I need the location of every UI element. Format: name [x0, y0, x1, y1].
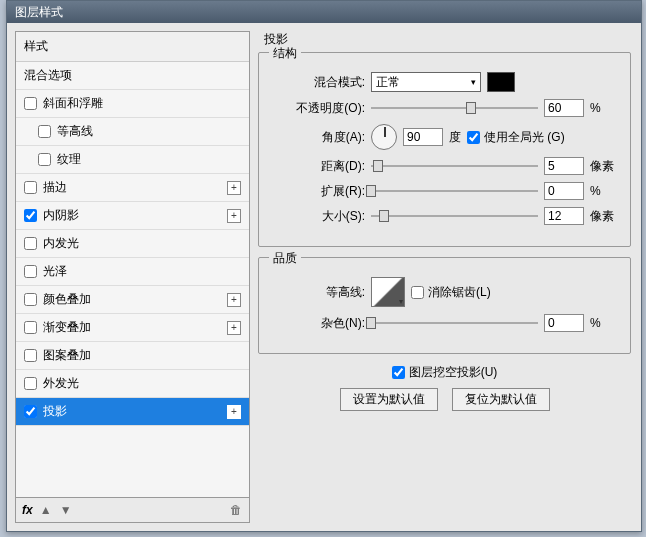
- opacity-label: 不透明度(O):: [269, 100, 365, 117]
- style-row-9[interactable]: 图案叠加: [16, 342, 249, 370]
- size-input[interactable]: [544, 207, 584, 225]
- spread-input[interactable]: [544, 182, 584, 200]
- fx-icon[interactable]: fx: [22, 503, 33, 517]
- add-icon[interactable]: +: [227, 405, 241, 419]
- blending-options-row[interactable]: 混合选项: [16, 62, 249, 90]
- size-label: 大小(S):: [269, 208, 365, 225]
- reset-default-button[interactable]: 复位为默认值: [452, 388, 550, 411]
- style-row-3[interactable]: 描边+: [16, 174, 249, 202]
- color-swatch[interactable]: [487, 72, 515, 92]
- style-checkbox[interactable]: [38, 125, 51, 138]
- chevron-down-icon: ▾: [399, 297, 403, 306]
- styles-panel: 样式 混合选项 斜面和浮雕等高线纹理描边+内阴影+内发光光泽颜色叠加+渐变叠加+…: [15, 31, 250, 523]
- spread-label: 扩展(R):: [269, 183, 365, 200]
- chevron-down-icon: ▾: [471, 77, 476, 87]
- noise-slider[interactable]: [371, 316, 538, 330]
- blend-mode-label: 混合模式:: [269, 74, 365, 91]
- add-icon[interactable]: +: [227, 293, 241, 307]
- style-row-1[interactable]: 等高线: [16, 118, 249, 146]
- style-checkbox[interactable]: [24, 405, 37, 418]
- styles-footer: fx ▲ ▼ 🗑: [16, 498, 249, 522]
- style-row-2[interactable]: 纹理: [16, 146, 249, 174]
- panel-title: 投影: [264, 31, 631, 48]
- spread-slider[interactable]: [371, 184, 538, 198]
- size-slider[interactable]: [371, 209, 538, 223]
- add-icon[interactable]: +: [227, 181, 241, 195]
- layer-style-dialog: 图层样式 样式 混合选项 斜面和浮雕等高线纹理描边+内阴影+内发光光泽颜色叠加+…: [6, 0, 642, 532]
- style-checkbox[interactable]: [24, 293, 37, 306]
- antialias-checkbox[interactable]: 消除锯齿(L): [411, 284, 491, 301]
- global-light-checkbox[interactable]: 使用全局光 (G): [467, 129, 565, 146]
- arrow-down-icon[interactable]: ▼: [59, 503, 73, 517]
- noise-input[interactable]: [544, 314, 584, 332]
- arrow-up-icon[interactable]: ▲: [39, 503, 53, 517]
- add-icon[interactable]: +: [227, 321, 241, 335]
- distance-label: 距离(D):: [269, 158, 365, 175]
- set-default-button[interactable]: 设置为默认值: [340, 388, 438, 411]
- style-checkbox[interactable]: [24, 349, 37, 362]
- style-checkbox[interactable]: [24, 237, 37, 250]
- structure-group: 结构 混合模式: 正常▾ 不透明度(O): % 角度(A):: [258, 52, 631, 247]
- quality-group: 品质 等高线: ▾ 消除锯齿(L) 杂色(N): %: [258, 257, 631, 354]
- angle-dial[interactable]: [371, 124, 397, 150]
- settings-panel: 投影 结构 混合模式: 正常▾ 不透明度(O): % 角度: [254, 23, 641, 531]
- style-row-4[interactable]: 内阴影+: [16, 202, 249, 230]
- angle-label: 角度(A):: [269, 129, 365, 146]
- blend-mode-select[interactable]: 正常▾: [371, 72, 481, 92]
- style-row-10[interactable]: 外发光: [16, 370, 249, 398]
- distance-slider[interactable]: [371, 159, 538, 173]
- style-checkbox[interactable]: [24, 209, 37, 222]
- styles-header[interactable]: 样式: [16, 32, 249, 62]
- add-icon[interactable]: +: [227, 209, 241, 223]
- style-checkbox[interactable]: [38, 153, 51, 166]
- knockout-checkbox[interactable]: 图层挖空投影(U): [392, 364, 498, 381]
- titlebar[interactable]: 图层样式: [7, 1, 641, 23]
- style-row-8[interactable]: 渐变叠加+: [16, 314, 249, 342]
- style-checkbox[interactable]: [24, 377, 37, 390]
- opacity-input[interactable]: [544, 99, 584, 117]
- noise-label: 杂色(N):: [269, 315, 365, 332]
- structure-label: 结构: [269, 45, 301, 62]
- style-checkbox[interactable]: [24, 97, 37, 110]
- style-row-0[interactable]: 斜面和浮雕: [16, 90, 249, 118]
- style-checkbox[interactable]: [24, 321, 37, 334]
- contour-label: 等高线:: [269, 284, 365, 301]
- style-row-11[interactable]: 投影+: [16, 398, 249, 426]
- angle-input[interactable]: [403, 128, 443, 146]
- contour-picker[interactable]: ▾: [371, 277, 405, 307]
- opacity-slider[interactable]: [371, 101, 538, 115]
- style-row-5[interactable]: 内发光: [16, 230, 249, 258]
- style-row-7[interactable]: 颜色叠加+: [16, 286, 249, 314]
- style-row-6[interactable]: 光泽: [16, 258, 249, 286]
- trash-icon[interactable]: 🗑: [229, 503, 243, 517]
- style-checkbox[interactable]: [24, 181, 37, 194]
- quality-label: 品质: [269, 250, 301, 267]
- window-title: 图层样式: [15, 5, 63, 19]
- style-checkbox[interactable]: [24, 265, 37, 278]
- distance-input[interactable]: [544, 157, 584, 175]
